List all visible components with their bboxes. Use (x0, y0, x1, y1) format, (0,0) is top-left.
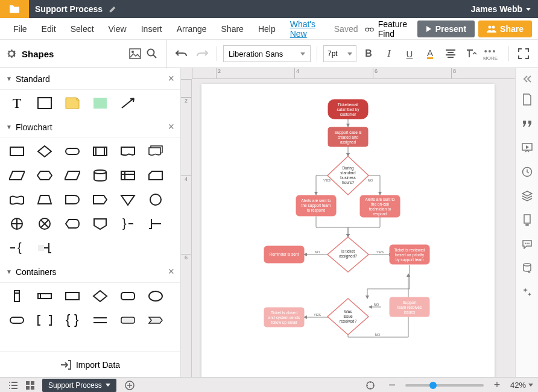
container-round[interactable] (119, 288, 136, 305)
menu-whats-new[interactable]: What's New (283, 18, 327, 40)
menu-edit[interactable]: Edit (34, 18, 63, 40)
shape-data[interactable] (8, 167, 25, 184)
close-icon[interactable]: × (168, 265, 174, 278)
shape-parallel[interactable] (64, 167, 81, 184)
align-button[interactable] (442, 45, 459, 62)
shape-db[interactable] (92, 167, 109, 184)
shape-display[interactable] (64, 215, 81, 232)
menu-share[interactable]: Share (214, 18, 251, 40)
list-view-button[interactable] (5, 379, 22, 392)
flowchart-diagram[interactable]: YES NO NO YES YES NO NO Ticket/emailsubm… (201, 84, 495, 377)
comment-icon[interactable] (518, 233, 536, 255)
zoom-percent[interactable]: 42% (510, 381, 533, 390)
size-select[interactable]: 7pt (323, 45, 356, 62)
fullscreen-button[interactable] (515, 45, 532, 62)
share-button[interactable]: Share (478, 21, 532, 37)
shape-multidoc[interactable] (147, 143, 164, 160)
redo-button[interactable] (194, 45, 210, 62)
shape-internal[interactable] (119, 167, 136, 184)
paint-icon[interactable] (518, 209, 536, 231)
canvas-area[interactable]: 2 4 6 8 2 4 6 (181, 68, 515, 377)
shape-brace-r[interactable]: } (119, 215, 136, 232)
container-brace[interactable]: {} (64, 312, 81, 329)
folder-icon[interactable] (0, 0, 29, 18)
present-button[interactable]: Present (417, 21, 475, 37)
green-rect-shape[interactable] (92, 95, 109, 112)
container-rect[interactable] (64, 288, 81, 305)
note-shape[interactable] (64, 95, 81, 112)
text-color-button[interactable]: A (422, 45, 438, 62)
feature-find[interactable]: Feature Find (365, 19, 411, 39)
zoom-slider[interactable] (405, 384, 484, 387)
container-bracket-r[interactable] (36, 312, 53, 329)
container-vlane[interactable] (8, 288, 25, 305)
quote-icon[interactable] (518, 113, 536, 134)
close-icon[interactable]: × (168, 72, 174, 85)
zoom-in-button[interactable]: + (489, 379, 505, 392)
shape-note-l[interactable] (36, 239, 53, 256)
container-pill[interactable] (8, 312, 25, 329)
shape-offpage[interactable] (92, 215, 109, 232)
menu-arrange[interactable]: Arrange (169, 18, 214, 40)
close-icon[interactable]: × (168, 121, 174, 133)
shape-tri-down[interactable] (119, 191, 136, 208)
user-menu[interactable]: James Webb (464, 4, 538, 14)
menu-view[interactable]: View (101, 18, 134, 40)
grid-view-button[interactable] (22, 379, 39, 392)
zoom-handle[interactable] (429, 382, 437, 389)
shape-trap[interactable] (36, 191, 53, 208)
menu-file[interactable]: File (6, 18, 34, 40)
arrow-shape[interactable] (119, 95, 136, 112)
container-circle[interactable] (147, 288, 164, 305)
text-shape[interactable]: T (8, 95, 25, 112)
database-icon[interactable] (518, 258, 536, 279)
shape-or[interactable] (36, 215, 53, 232)
shape-predef[interactable] (92, 143, 109, 160)
shape-terminator[interactable] (64, 143, 81, 160)
shape-diamond[interactable] (36, 143, 53, 160)
container-diamond[interactable] (92, 288, 109, 305)
container-rounded2[interactable] (119, 312, 136, 329)
sparkle-icon[interactable] (518, 282, 536, 303)
zoom-out-button[interactable]: − (384, 379, 400, 392)
italic-button[interactable]: I (381, 45, 397, 62)
pencil-icon[interactable] (109, 5, 117, 13)
container-dline[interactable] (92, 312, 109, 329)
present-panel-icon[interactable] (518, 137, 536, 159)
zoom-target-button[interactable] (362, 379, 379, 392)
shape-card[interactable] (147, 167, 164, 184)
undo-button[interactable] (173, 45, 190, 62)
shape-sum[interactable] (8, 215, 25, 232)
page[interactable]: YES NO NO YES YES NO NO Ticket/emailsubm… (201, 84, 495, 377)
page-icon[interactable] (518, 89, 536, 110)
shape-rect[interactable] (8, 143, 25, 160)
gear-icon[interactable] (6, 48, 17, 59)
menu-select[interactable]: Select (63, 18, 101, 40)
clock-icon[interactable] (518, 161, 536, 183)
container-hlane[interactable] (36, 288, 53, 305)
section-containers[interactable]: ▼ Containers × (0, 261, 180, 283)
square-shape[interactable] (36, 95, 53, 112)
underline-button[interactable]: U (401, 45, 418, 62)
layers-icon[interactable] (518, 185, 536, 207)
container-chevron[interactable] (147, 312, 164, 329)
font-select[interactable]: Liberation Sans (223, 45, 311, 62)
bold-button[interactable]: B (360, 45, 377, 62)
menu-insert[interactable]: Insert (134, 18, 169, 40)
menu-help[interactable]: Help (251, 18, 283, 40)
shape-doc[interactable] (119, 143, 136, 160)
shape-circle[interactable] (147, 191, 164, 208)
shape-tape[interactable] (8, 191, 25, 208)
shape-hex[interactable] (36, 167, 53, 184)
section-standard[interactable]: ▼ Standard × (0, 68, 180, 90)
shape-note-r[interactable] (147, 215, 164, 232)
text-style-button[interactable] (463, 45, 479, 62)
collapse-panel-button[interactable] (516, 72, 538, 86)
add-page-button[interactable] (121, 379, 138, 392)
shape-pent[interactable] (92, 191, 109, 208)
image-icon[interactable] (127, 45, 144, 62)
shape-brace-l[interactable]: { (8, 239, 25, 256)
page-tab[interactable]: Support Process (42, 379, 116, 392)
document-title[interactable]: Support Process (29, 4, 109, 14)
more-button[interactable]: •••MORE (483, 47, 498, 61)
